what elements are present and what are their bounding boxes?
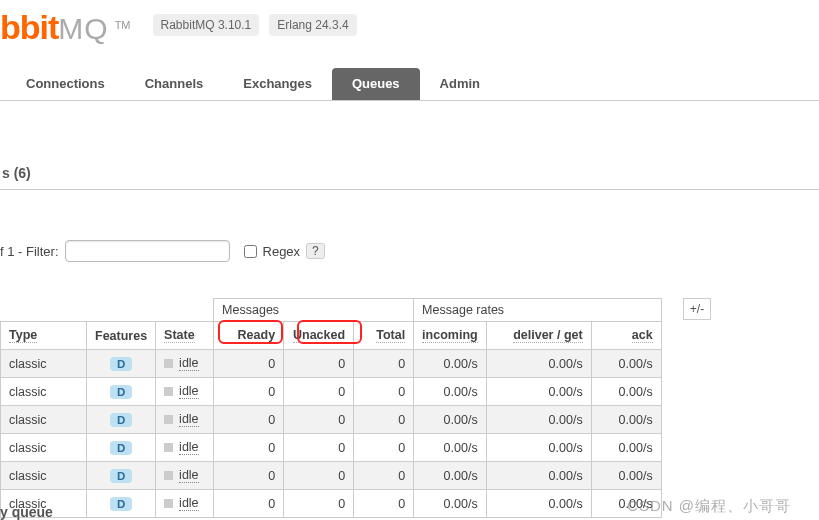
- cell-total: 0: [354, 434, 414, 462]
- state-dot-icon: [164, 387, 173, 396]
- durable-badge: D: [110, 413, 132, 427]
- cell-ready: 0: [214, 350, 284, 378]
- col-incoming[interactable]: incoming: [414, 322, 487, 350]
- cell-ack: 0.00/s: [591, 434, 661, 462]
- cell-state: idle: [156, 462, 214, 490]
- table-row[interactable]: classicDidle0000.00/s0.00/s0.00/s: [1, 378, 662, 406]
- durable-badge: D: [110, 469, 132, 483]
- watermark: CSDN @编程、小哥哥: [627, 497, 791, 516]
- regex-checkbox[interactable]: [244, 245, 257, 258]
- cell-incoming: 0.00/s: [414, 490, 487, 518]
- durable-badge: D: [110, 357, 132, 371]
- cell-ready: 0: [214, 378, 284, 406]
- filter-input[interactable]: [65, 240, 230, 262]
- cell-deliver-get: 0.00/s: [486, 434, 591, 462]
- queues-table: Messages Message rates Type Features Sta…: [0, 298, 662, 518]
- group-messages: Messages: [214, 299, 414, 322]
- filter-bar: f 1 - Filter: Regex ?: [0, 240, 819, 262]
- durable-badge: D: [110, 385, 132, 399]
- cell-incoming: 0.00/s: [414, 434, 487, 462]
- cell-total: 0: [354, 490, 414, 518]
- table-row[interactable]: classicDidle0000.00/s0.00/s0.00/s: [1, 406, 662, 434]
- regex-help-button[interactable]: ?: [306, 243, 325, 259]
- cell-state: idle: [156, 350, 214, 378]
- erlang-version: Erlang 24.3.4: [269, 14, 356, 36]
- cell-ready: 0: [214, 406, 284, 434]
- footer-fragment: y queue: [0, 504, 53, 520]
- section-heading: s (6): [0, 157, 819, 190]
- cell-ready: 0: [214, 434, 284, 462]
- cell-incoming: 0.00/s: [414, 378, 487, 406]
- cell-deliver-get: 0.00/s: [486, 350, 591, 378]
- col-deliver-get[interactable]: deliver / get: [486, 322, 591, 350]
- cell-total: 0: [354, 350, 414, 378]
- state-dot-icon: [164, 415, 173, 424]
- col-unacked[interactable]: Unacked: [284, 322, 354, 350]
- table-row[interactable]: classicDidle0000.00/s0.00/s0.00/s: [1, 434, 662, 462]
- cell-deliver-get: 0.00/s: [486, 406, 591, 434]
- cell-state: idle: [156, 490, 214, 518]
- nav-exchanges[interactable]: Exchanges: [223, 68, 332, 100]
- cell-unacked: 0: [284, 434, 354, 462]
- group-rates: Message rates: [414, 299, 662, 322]
- state-dot-icon: [164, 499, 173, 508]
- cell-type: classic: [1, 434, 87, 462]
- col-type[interactable]: Type: [1, 322, 87, 350]
- state-dot-icon: [164, 443, 173, 452]
- rabbitmq-version: RabbitMQ 3.10.1: [153, 14, 260, 36]
- filter-label: f 1 - Filter:: [0, 244, 59, 259]
- table-row[interactable]: classicDidle0000.00/s0.00/s0.00/s: [1, 490, 662, 518]
- cell-incoming: 0.00/s: [414, 350, 487, 378]
- table-row[interactable]: classicDidle0000.00/s0.00/s0.00/s: [1, 350, 662, 378]
- queues-table-wrap: +/- Messages Message rates Type Features…: [0, 298, 819, 518]
- logo-tm: TM: [115, 19, 131, 31]
- cell-ack: 0.00/s: [591, 378, 661, 406]
- cell-incoming: 0.00/s: [414, 462, 487, 490]
- cell-type: classic: [1, 462, 87, 490]
- cell-ack: 0.00/s: [591, 350, 661, 378]
- logo: bbitMQ: [0, 8, 109, 47]
- table-row[interactable]: classicDidle0000.00/s0.00/s0.00/s: [1, 462, 662, 490]
- col-total[interactable]: Total: [354, 322, 414, 350]
- nav-connections[interactable]: Connections: [6, 68, 125, 100]
- durable-badge: D: [110, 497, 132, 511]
- cell-unacked: 0: [284, 462, 354, 490]
- cell-unacked: 0: [284, 490, 354, 518]
- cell-total: 0: [354, 406, 414, 434]
- state-dot-icon: [164, 471, 173, 480]
- cell-incoming: 0.00/s: [414, 406, 487, 434]
- cell-type: classic: [1, 378, 87, 406]
- nav-queues[interactable]: Queues: [332, 68, 420, 100]
- col-ready[interactable]: Ready: [214, 322, 284, 350]
- cell-features: D: [87, 378, 156, 406]
- cell-deliver-get: 0.00/s: [486, 462, 591, 490]
- cell-state: idle: [156, 434, 214, 462]
- cell-state: idle: [156, 378, 214, 406]
- cell-ready: 0: [214, 490, 284, 518]
- cell-ack: 0.00/s: [591, 462, 661, 490]
- cell-ack: 0.00/s: [591, 406, 661, 434]
- cell-type: classic: [1, 406, 87, 434]
- cell-unacked: 0: [284, 406, 354, 434]
- app-header: bbitMQ TM RabbitMQ 3.10.1 Erlang 24.3.4: [0, 0, 819, 50]
- cell-features: D: [87, 490, 156, 518]
- column-config-toggle[interactable]: +/-: [683, 298, 711, 320]
- durable-badge: D: [110, 441, 132, 455]
- col-features: Features: [87, 322, 156, 350]
- cell-features: D: [87, 462, 156, 490]
- cell-type: classic: [1, 350, 87, 378]
- regex-label: Regex: [263, 244, 301, 259]
- cell-deliver-get: 0.00/s: [486, 490, 591, 518]
- col-state[interactable]: State: [156, 322, 214, 350]
- cell-features: D: [87, 406, 156, 434]
- state-dot-icon: [164, 359, 173, 368]
- cell-unacked: 0: [284, 378, 354, 406]
- cell-total: 0: [354, 378, 414, 406]
- cell-ready: 0: [214, 462, 284, 490]
- nav-channels[interactable]: Channels: [125, 68, 224, 100]
- nav-admin[interactable]: Admin: [420, 68, 500, 100]
- cell-deliver-get: 0.00/s: [486, 378, 591, 406]
- col-ack[interactable]: ack: [591, 322, 661, 350]
- cell-features: D: [87, 350, 156, 378]
- cell-state: idle: [156, 406, 214, 434]
